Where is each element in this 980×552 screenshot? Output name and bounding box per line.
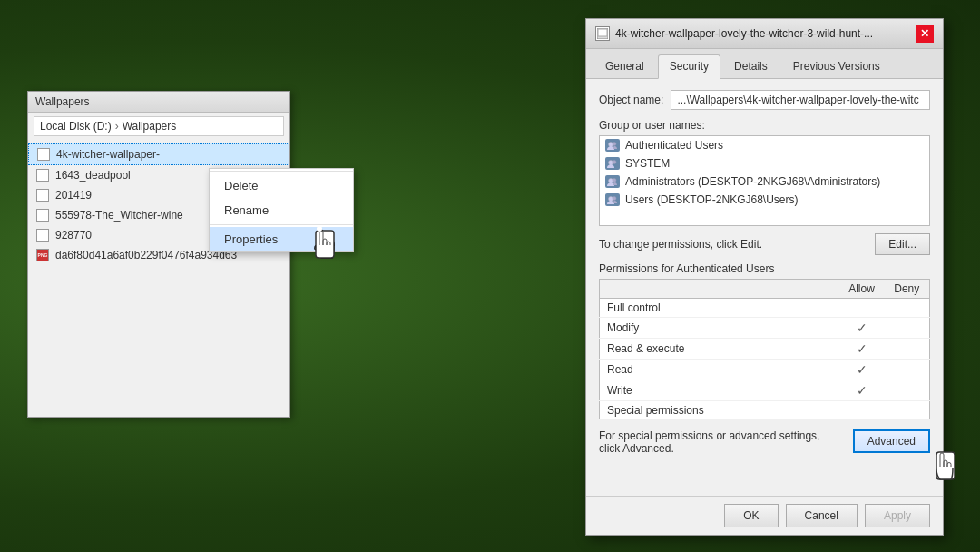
change-permissions-text: To change permissions, click Edit. [599, 238, 762, 251]
jpg-icon [36, 229, 49, 242]
perm-allow: ✓ [839, 318, 885, 339]
tab-details[interactable]: Details [722, 54, 779, 78]
tab-general[interactable]: General [593, 54, 656, 78]
table-row: Read & execute ✓ [600, 339, 930, 360]
user-item[interactable]: Users (DESKTOP-2NKGJ68\Users) [600, 191, 929, 209]
dialog-content: Object name: ...\Wallpapers\4k-witcher-w… [586, 79, 943, 496]
perm-deny [885, 360, 930, 380]
file-icon [35, 228, 50, 242]
user-group-icon [605, 139, 620, 152]
object-name-row: Object name: ...\Wallpapers\4k-witcher-w… [599, 90, 930, 110]
explorer-title: Wallpapers [35, 95, 90, 108]
jpg-icon [36, 169, 49, 182]
perm-name: Full control [600, 299, 839, 318]
svg-point-8 [609, 178, 613, 182]
user-name: Authenticated Users [625, 139, 723, 152]
user-name: SYSTEM [625, 157, 670, 170]
file-name: 1643_deadpool [55, 169, 131, 182]
tab-bar: General Security Details Previous Versio… [586, 49, 943, 79]
user-item[interactable]: SYSTEM [600, 154, 929, 172]
user-name: Users (DESKTOP-2NKGJ68\Users) [625, 193, 798, 206]
file-icon [35, 168, 50, 182]
jpg-icon [37, 148, 50, 161]
svg-point-9 [612, 178, 616, 182]
perm-allow: ✓ [839, 380, 885, 401]
png-icon: PNG [36, 249, 49, 261]
perm-allow: ✓ [839, 339, 885, 360]
context-menu-rename[interactable]: Rename [210, 198, 353, 222]
perm-deny [885, 380, 930, 401]
svg-point-5 [612, 142, 616, 145]
object-name-label: Object name: [599, 94, 663, 106]
user-item[interactable]: Authenticated Users [600, 136, 929, 154]
perm-name: Read [600, 360, 839, 380]
close-button[interactable]: ✕ [916, 25, 934, 43]
table-row: Write ✓ [600, 380, 930, 401]
perm-name: Write [600, 380, 839, 401]
perm-allow [839, 299, 885, 318]
explorer-header: Wallpapers [28, 92, 289, 113]
file-icon [35, 188, 50, 202]
apply-button[interactable]: Apply [865, 504, 930, 527]
file-icon [35, 208, 50, 222]
context-menu-delete[interactable]: Delete [210, 173, 353, 198]
perm-name: Modify [600, 318, 839, 339]
breadcrumb-drive[interactable]: Local Disk (D:) [40, 120, 112, 133]
breadcrumb[interactable]: Local Disk (D:) › Wallpapers [34, 116, 284, 136]
advanced-button[interactable]: Advanced [853, 429, 930, 453]
file-name: 4k-witcher-wallpaper- [56, 148, 160, 161]
svg-point-11 [612, 196, 616, 200]
perm-deny [885, 401, 930, 420]
menu-divider [210, 224, 353, 225]
menu-divider [210, 171, 353, 172]
perm-deny [885, 299, 930, 318]
perm-deny [885, 318, 930, 339]
file-name: 201419 [55, 189, 92, 202]
ok-button[interactable]: OK [724, 504, 778, 527]
edit-button[interactable]: Edit... [875, 233, 930, 255]
dialog-title-left: 4k-witcher-wallpaper-lovely-the-witcher-… [595, 26, 873, 41]
perm-col-name [600, 280, 839, 299]
file-icon [36, 147, 51, 162]
file-name: 555978-The_Witcher-wine [55, 209, 183, 222]
context-menu: Delete Rename Properties [209, 168, 354, 252]
breadcrumb-folder[interactable]: Wallpapers [122, 120, 177, 133]
object-name-value: ...\Wallpapers\4k-witcher-wallpaper-love… [671, 90, 930, 110]
user-group-icon [605, 175, 620, 188]
user-icon [605, 157, 620, 170]
perm-name: Special permissions [600, 401, 839, 420]
user-group-icon [605, 193, 620, 206]
jpg-icon [36, 209, 49, 222]
table-row: Modify ✓ [600, 318, 930, 339]
file-name: 928770 [55, 229, 92, 242]
svg-point-6 [609, 160, 613, 164]
permissions-label: Permissions for Authenticated Users [599, 262, 930, 275]
perm-deny [885, 339, 930, 360]
breadcrumb-sep: › [115, 120, 119, 133]
context-menu-properties[interactable]: Properties [210, 227, 353, 251]
advanced-row: For special permissions or advanced sett… [599, 429, 930, 455]
perm-col-allow: Allow [839, 280, 885, 299]
dialog-footer: OK Cancel Apply [586, 496, 943, 535]
tab-previous-versions[interactable]: Previous Versions [781, 54, 892, 78]
file-item[interactable]: 4k-witcher-wallpaper- [28, 143, 289, 165]
permissions-table: Allow Deny Full control Modify ✓ Read & … [599, 279, 930, 420]
users-listbox[interactable]: Authenticated Users SYSTEM [599, 135, 930, 226]
file-icon: PNG [35, 248, 50, 262]
dialog-title: 4k-witcher-wallpaper-lovely-the-witcher-… [615, 27, 873, 40]
properties-dialog: 4k-witcher-wallpaper-lovely-the-witcher-… [585, 18, 944, 536]
dialog-titlebar: 4k-witcher-wallpaper-lovely-the-witcher-… [586, 19, 943, 49]
tab-security[interactable]: Security [658, 54, 720, 79]
file-explorer: Wallpapers Local Disk (D:) › Wallpapers … [27, 91, 290, 418]
svg-point-10 [609, 196, 613, 201]
user-name: Administrators (DESKTOP-2NKGJ68\Administ… [625, 175, 880, 188]
perm-allow [839, 401, 885, 420]
cancel-button[interactable]: Cancel [786, 504, 858, 527]
user-item[interactable]: Administrators (DESKTOP-2NKGJ68\Administ… [600, 172, 929, 191]
svg-point-7 [612, 160, 616, 163]
table-row: Full control [600, 299, 930, 318]
perm-name: Read & execute [600, 339, 839, 360]
perm-col-deny: Deny [885, 280, 930, 299]
dialog-icon [595, 26, 610, 41]
advanced-text: For special permissions or advanced sett… [599, 429, 844, 455]
